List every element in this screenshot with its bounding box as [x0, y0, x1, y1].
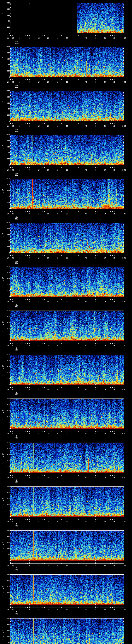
x-tick-label: 10: [28, 81, 30, 83]
x-tick-label: 30: [66, 81, 68, 83]
y-tick-label: 0: [1, 384, 10, 386]
y-tick-label: 1000: [1, 178, 10, 180]
x-tick-label: 15: [38, 565, 40, 566]
y-tick-label: 1000: [1, 46, 10, 48]
y-tick-label: 0: [1, 120, 10, 122]
end-time-label: 11:00: [122, 81, 126, 83]
spectrogram-panel: Frequency (Hz) 02004006008001000 5101520…: [0, 0, 132, 44]
y-tick-label: 600: [1, 102, 10, 104]
x-tick-label: 55: [114, 345, 115, 346]
spectrogram-panel: Frequency (Hz) 02004006008001000 5101520…: [0, 44, 132, 88]
x-tick-label: 40: [85, 213, 87, 215]
x-tick-label: 40: [85, 521, 87, 522]
date-year: 2016: [15, 42, 19, 44]
x-tick-label: 45: [94, 565, 96, 566]
y-tick-label: 200: [1, 422, 10, 424]
x-tick-label: 45: [94, 213, 96, 215]
spectrogram-panel: Frequency (Hz) 02004006008001000 5101520…: [0, 572, 132, 616]
date-year: 2016: [15, 174, 19, 176]
x-tick-label: 10: [28, 125, 30, 127]
x-tick-label: 35: [76, 257, 78, 259]
x-tick-label: 40: [85, 81, 87, 83]
x-tick-label: 35: [76, 81, 78, 83]
x-tick-label: 20: [47, 389, 49, 391]
date-year: 2016: [15, 438, 19, 440]
y-axis-title: Frequency (Hz): [2, 495, 4, 508]
x-tick-label: 40: [85, 433, 87, 434]
y-tick-label: 600: [1, 630, 10, 631]
x-tick-label: 20: [47, 477, 49, 478]
y-tick-label: 600: [1, 146, 10, 148]
start-time-label: 18:16:00: [7, 345, 14, 346]
y-tick-label: 400: [1, 196, 10, 198]
x-tick-label: 55: [114, 81, 115, 83]
y-tick-label: 600: [1, 498, 10, 499]
x-tick-label: 55: [114, 37, 115, 39]
x-tick-label: 30: [66, 213, 68, 215]
x-tick-label: 30: [66, 169, 68, 171]
y-tick-label: 600: [1, 366, 10, 368]
x-tick-label: 15: [38, 125, 40, 127]
x-tick-label: 30: [66, 477, 68, 478]
y-tick-label: 400: [1, 416, 10, 418]
x-tick-label: 25: [57, 345, 58, 346]
y-tick-label: 400: [1, 592, 10, 594]
x-tick-label: 45: [94, 37, 96, 39]
start-time-label: 18:14:00: [7, 257, 14, 259]
x-tick-label: 10: [28, 477, 30, 478]
y-tick-label: 800: [1, 316, 10, 317]
x-tick-label: 10: [28, 345, 30, 346]
y-tick-label: 800: [1, 140, 10, 142]
y-tick-label: 200: [1, 158, 10, 160]
x-tick-label: 40: [85, 125, 87, 127]
y-tick-label: 0: [1, 560, 10, 562]
y-tick-label: 1000: [1, 486, 10, 488]
y-tick-label: 0: [1, 340, 10, 342]
x-tick-label: 10: [28, 433, 30, 434]
x-tick-label: 35: [76, 37, 78, 39]
start-time-label: 18:12:00: [7, 169, 14, 171]
x-tick-label: 50: [104, 477, 106, 478]
date-year: 2016: [15, 482, 19, 484]
y-tick-label: 1000: [1, 442, 10, 444]
x-tick-label: 20: [47, 301, 49, 303]
end-time-label: 18:00: [122, 389, 126, 391]
spectrogram-plot: [0, 616, 132, 644]
spectrogram-panel: Frequency (Hz) 02004006008001000 5101520…: [0, 308, 132, 352]
x-tick-label: 50: [104, 257, 106, 259]
x-tick-label: 35: [76, 345, 78, 346]
x-tick-label: 5: [20, 389, 20, 391]
start-time-label: 18:09:00: [7, 37, 14, 39]
y-axis-title: Frequency (Hz): [2, 451, 4, 464]
x-tick-label: 35: [76, 169, 78, 171]
end-time-label: 19:00: [122, 433, 126, 434]
start-time-label: 18:17:00: [7, 389, 14, 391]
start-time-label: 18:18:00: [7, 433, 14, 434]
x-tick-label: 25: [57, 169, 58, 171]
y-tick-label: 200: [1, 70, 10, 72]
y-tick-label: 0: [1, 252, 10, 254]
x-tick-label: 30: [66, 565, 68, 566]
x-tick-label: 50: [104, 565, 106, 566]
y-tick-label: 200: [1, 642, 10, 643]
y-tick-label: 800: [1, 580, 10, 581]
x-tick-label: 45: [94, 257, 96, 259]
x-tick-label: 30: [66, 125, 68, 127]
y-tick-label: 1000: [1, 2, 10, 4]
date-year: 2016: [15, 350, 19, 352]
x-tick-label: 45: [94, 125, 96, 127]
x-tick-label: 20: [47, 433, 49, 434]
x-tick-label: 50: [104, 37, 106, 39]
end-time-label: 15:00: [122, 257, 126, 259]
date-year: 2016: [15, 526, 19, 528]
x-tick-label: 15: [38, 301, 40, 303]
end-time-label: 13:00: [122, 169, 126, 171]
y-tick-label: 400: [1, 152, 10, 154]
x-tick-label: 20: [47, 609, 49, 610]
y-tick-label: 1000: [1, 398, 10, 400]
x-tick-label: 30: [66, 257, 68, 259]
x-tick-label: 25: [57, 609, 58, 610]
x-tick-label: 35: [76, 301, 78, 303]
y-tick-label: 0: [1, 516, 10, 518]
spectrogram-panel: Frequency (Hz) 02004006008001000 5101520…: [0, 440, 132, 484]
